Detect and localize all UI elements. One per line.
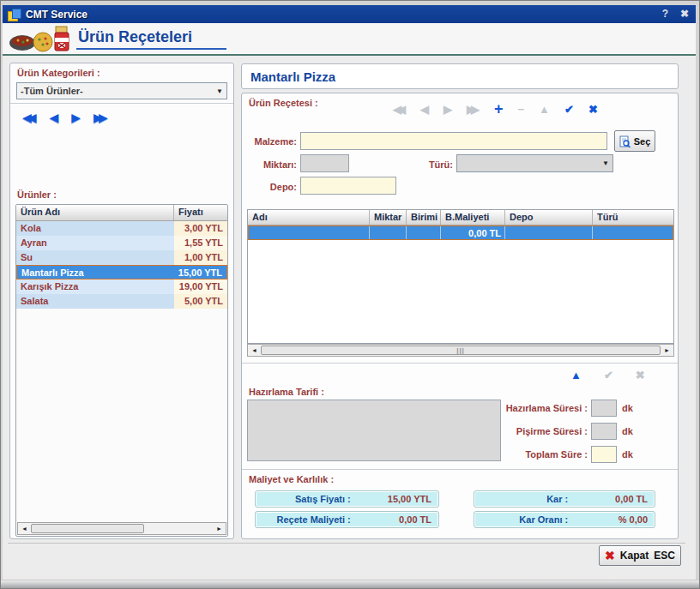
column-header: Miktar [370,210,407,225]
ingredients-table: Adı Miktar Birimi B.Maliyeti Depo Türü 0… [247,209,674,344]
dk-unit: dk [622,449,633,460]
recipe-edit-toolbar: ▲ ✔ ✖ [570,369,645,382]
left-panel: Ürün Kategorileri : -Tüm Ürünler- ▼ ◀◀ ◀… [9,63,234,539]
ingredient-row-selected[interactable]: 0,00 TL [248,225,673,240]
last-record-button[interactable]: ▶▶ [467,103,480,116]
tarifi-label: Hazırlama Tarifi : [249,387,324,397]
edit-ingredient-button[interactable]: ▲ [539,103,550,116]
scroll-right-icon[interactable]: ► [213,523,226,534]
product-nav-toolbar: ◀◀ ◀ ▶ ▶▶ [22,111,108,124]
table-row[interactable]: Karışık Pizza 19,00 YTL [16,279,227,294]
divider [10,103,233,104]
table-row[interactable]: Su 1,00 YTL [16,250,227,265]
recipe-title: Mantarlı Pizza [250,69,335,84]
kar-orani-box: Kar Oranı : % 0,00 [474,511,655,528]
products-horizontal-scrollbar[interactable]: ◄ ► [17,522,226,535]
category-dropdown[interactable]: -Tüm Ürünler- ▼ [16,82,227,99]
kapat-esc-label: ESC [654,550,675,562]
satis-fiyati-box: Satış Fiyatı : 15,00 YTL [255,490,439,508]
products-table: Ürün Adı Fiyatı Kola 3,00 YTL Ayran 1,55… [15,204,228,537]
table-row[interactable]: Ayran 1,55 YTL [16,236,227,250]
sec-button[interactable]: Seç [614,130,655,152]
first-product-button[interactable]: ◀◀ [22,111,37,124]
categories-label: Ürün Kategorileri : [17,68,100,78]
app-window: CMT Service ? ✖ Ürün Reçeteleri Ürün Kat… [0,0,700,589]
confirm-button[interactable]: ✔ [564,103,574,116]
column-header: Depo [505,210,593,225]
help-icon[interactable]: ? [662,8,668,20]
add-ingredient-button[interactable]: + [494,104,504,115]
search-document-icon [619,135,631,147]
edit-recipe-button[interactable]: ▲ [570,369,582,382]
cancel-recipe-button[interactable]: ✖ [636,369,645,382]
table-row[interactable]: Salata 5,00 YTL [16,294,227,309]
recipe-section-label: Ürün Reçetesi : [249,98,318,108]
cancel-button[interactable]: ✖ [588,103,598,116]
dk-unit: dk [622,426,633,436]
chevron-down-icon: ▼ [602,159,609,167]
toplam-sure-label: Toplam Süre : [413,449,588,460]
turu-dropdown: ▼ [456,154,613,172]
remove-ingredient-button[interactable]: − [518,103,525,116]
last-product-button[interactable]: ▶▶ [94,111,108,124]
footer-divider [8,543,685,544]
prev-product-button[interactable]: ◀ [50,111,59,124]
scroll-left-icon[interactable]: ◄ [18,523,31,534]
products-label: Ürünler : [17,189,57,200]
category-dropdown-value: -Tüm Ürünler- [21,86,83,96]
window-bottom-edge [1,580,699,588]
column-header: B.Maliyeti [441,210,505,225]
window-title: CMT Service [26,9,88,21]
header: Ürün Reçeteleri [3,23,696,56]
divider [242,469,678,470]
kar-box: Kar : 0,00 TL [474,490,655,508]
titlebar: CMT Service ? ✖ [3,5,696,23]
miktari-input [300,154,349,172]
next-product-button[interactable]: ▶ [71,111,81,124]
column-header: Adı [248,210,370,225]
confirm-recipe-button[interactable]: ✔ [604,369,613,382]
close-icon[interactable]: ✖ [680,8,689,20]
table-row[interactable]: Kola 3,00 YTL [16,221,227,236]
scrollbar-thumb[interactable]: ||| [261,346,661,355]
page-title: Ürün Reçeteleri [76,28,226,50]
miktari-label: Miktarı: [245,159,297,170]
depo-input[interactable] [300,177,396,195]
turu-label: Türü: [413,159,453,170]
toplam-sure-input[interactable] [591,446,617,463]
column-header: Ürün Adı [16,205,174,220]
hazirlama-suresi-label: Hazırlama Süresi : [413,403,588,413]
app-icon [8,9,21,21]
food-icons [9,24,74,53]
recipe-panel: Ürün Reçetesi : ◀◀ ◀ ▶ ▶▶ + − ▲ ✔ ✖ Malz… [241,93,679,539]
prev-record-button[interactable]: ◀ [420,103,429,116]
pisirme-suresi-input [591,423,617,440]
recete-maliyeti-box: Reçete Maliyeti : 0,00 TL [255,511,439,528]
scroll-right-icon[interactable]: ► [661,345,673,356]
hazirlama-suresi-input [591,400,617,417]
next-record-button[interactable]: ▶ [444,103,452,116]
sec-button-label: Seç [634,136,651,147]
column-header: Fiyatı [174,205,227,220]
kapat-button[interactable]: ✖ Kapat ESC [599,545,681,566]
malzeme-label: Malzeme: [245,136,297,147]
ingredients-horizontal-scrollbar[interactable]: ◄ ||| ► [247,344,674,357]
recipe-title-box: Mantarlı Pizza [241,63,679,89]
depo-label: Depo: [245,182,297,192]
chevron-down-icon: ▼ [216,87,223,95]
content: Ürün Kategorileri : -Tüm Ürünler- ▼ ◀◀ ◀… [3,56,696,580]
first-record-button[interactable]: ◀◀ [393,103,406,116]
scroll-left-icon[interactable]: ◄ [248,345,261,356]
column-header: Birimi [407,210,441,225]
products-table-header: Ürün Adı Fiyatı [16,205,227,221]
scrollbar-thumb[interactable] [31,524,144,533]
close-red-icon: ✖ [605,549,615,562]
kapat-button-label: Kapat [620,550,649,562]
column-header: Türü [593,210,673,225]
malzeme-input[interactable] [300,132,607,150]
dk-unit: dk [622,403,633,413]
table-row-selected[interactable]: Mantarlı Pizza 15,00 YTL [16,265,227,279]
recipe-toolbar: ◀◀ ◀ ▶ ▶▶ + − ▲ ✔ ✖ [393,103,598,116]
ingredients-table-header: Adı Miktar Birimi B.Maliyeti Depo Türü [248,210,673,225]
cost-section-label: Maliyet ve Karlılık : [249,474,334,484]
